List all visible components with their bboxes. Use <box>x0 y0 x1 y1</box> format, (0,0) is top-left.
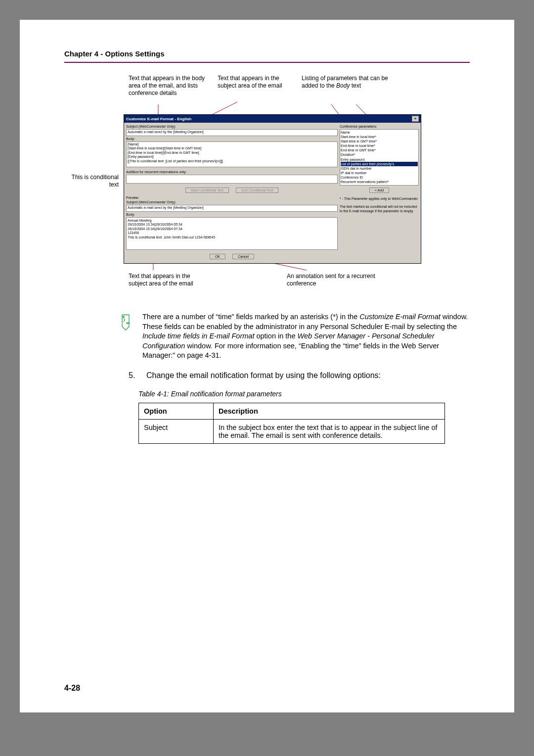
preview-subject-label: Subject (WebCommander Only): <box>126 200 338 204</box>
step-text: Change the email notification format by … <box>146 370 381 381</box>
page-number: 4-28 <box>64 684 80 693</box>
dialog-title-text: Customize E-mail Format - English <box>126 117 191 121</box>
list-item[interactable]: Number of recurrent reservations* <box>341 184 418 186</box>
list-item[interactable]: Duration* <box>341 152 418 157</box>
annotation-text: text <box>350 82 361 89</box>
list-item[interactable]: Entry password <box>341 157 418 162</box>
annotation-recurrent: An annotation sent for a recurrent confe… <box>287 273 376 287</box>
table-row: Subject In the subject box enter the tex… <box>139 420 445 444</box>
start-conditional-button[interactable]: Start Conditional Text <box>185 188 229 193</box>
preview-body-label: Body: <box>126 213 338 216</box>
cell-description: In the subject box enter the text that i… <box>214 420 445 444</box>
list-item[interactable]: ISDN dial in number <box>341 166 418 171</box>
addition-label: Addition for recurrent reservations only… <box>126 170 338 174</box>
list-item[interactable]: Recurrent reservations pattern* <box>341 180 418 184</box>
addition-textarea[interactable] <box>126 175 338 184</box>
svg-point-7 <box>123 316 125 318</box>
list-item[interactable]: Start-time in local time* <box>341 135 418 139</box>
list-item[interactable]: End-time in local time* <box>341 143 418 148</box>
annotated-figure: Text that appears in the body area of th… <box>124 75 470 292</box>
conference-params-label: Conference parameters: <box>340 125 419 128</box>
list-item[interactable]: Conference ID <box>341 175 418 180</box>
note-text: There are a number of “time” fields mark… <box>142 312 470 361</box>
annotation-conditional-text: This is conditional text <box>64 174 119 189</box>
ok-button[interactable]: OK <box>210 254 225 259</box>
preview-body-value: Annual Meeting 28/10/2004 13:34|28/10/20… <box>126 217 338 250</box>
subject-input[interactable]: Automatic e-mail send by the [Meeting Or… <box>126 129 338 136</box>
step-5: 5. Change the email notification format … <box>129 370 470 381</box>
svg-rect-8 <box>126 323 130 324</box>
step-number: 5. <box>129 370 139 381</box>
subject-label: Subject (WebCommander Only): <box>126 125 338 128</box>
header-rule <box>64 62 470 63</box>
list-item[interactable]: Start-time in GMT time* <box>341 139 418 143</box>
preview-subject-value: Automatic e-mail send by the [Meeting Or… <box>126 205 338 212</box>
dialog-titlebar: Customize E-mail Format - English × <box>124 115 421 123</box>
col-description: Description <box>214 403 445 420</box>
list-item[interactable]: Name <box>341 130 418 135</box>
list-item-selected[interactable]: List of parties and their phones/Ip's <box>341 162 418 166</box>
end-conditional-button[interactable]: End Conditional Text <box>236 188 278 193</box>
params-footnote-1: * - This Parameter applies only to WebCo… <box>340 197 419 201</box>
chapter-header: Chapter 4 - Options Settings <box>64 49 470 58</box>
add-button[interactable]: < Add <box>369 188 389 193</box>
annotation-subject-text-bottom: Text that appears in the subject area of… <box>129 273 203 287</box>
document-page: Chapter 4 - Options Settings Text that a… <box>20 20 514 712</box>
body-textarea[interactable]: [Name] [Start-time in local time]/[Start… <box>126 142 338 167</box>
customize-email-dialog: Customize E-mail Format - English × Subj… <box>124 114 421 264</box>
conference-params-list[interactable]: Name Start-time in local time* Start-tim… <box>340 129 419 186</box>
list-item[interactable]: IP dial in number <box>341 171 418 175</box>
annotation-subject-text: Text that appears in the subject area of… <box>218 75 287 90</box>
body-label: Body: <box>126 137 338 141</box>
list-item[interactable]: End-time in GMT time* <box>341 148 418 152</box>
note-icon <box>119 312 134 332</box>
table-caption: Table 4-1: Email notification format par… <box>138 390 470 398</box>
info-note: There are a number of “time” fields mark… <box>119 312 470 361</box>
annotation-params-listing: Listing of parameters that can be added … <box>302 75 391 90</box>
col-option: Option <box>139 403 214 420</box>
preview-label: Preview <box>126 196 338 199</box>
cell-option: Subject <box>139 420 214 444</box>
params-footnote-2: The text marked as conditional will not … <box>340 205 419 213</box>
email-format-params-table: Option Description Subject In the subjec… <box>138 403 445 444</box>
annotation-body-text: Text that appears in the body area of th… <box>129 75 208 97</box>
cancel-button[interactable]: Cancel <box>232 254 254 259</box>
annotation-italic: Body <box>336 82 350 89</box>
close-icon[interactable]: × <box>412 116 419 122</box>
